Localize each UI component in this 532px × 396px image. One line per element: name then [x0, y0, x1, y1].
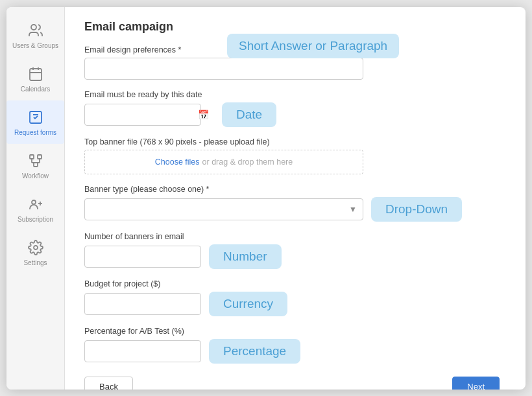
next-button[interactable]: Next [452, 377, 500, 390]
sidebar-label-users-groups: Users & Groups [12, 42, 58, 49]
tooltip-currency: Currency [209, 292, 287, 316]
field-ready-date: Email must be ready by this date 📅 Date [84, 90, 506, 127]
field-budget: Budget for project ($) Currency [84, 279, 506, 316]
input-percentage[interactable] [84, 340, 201, 362]
field-percentage: Percentage for A/B Test (%) Percentage [84, 327, 506, 364]
app-window: Users & Groups Calendars [6, 7, 526, 390]
main-content: Email campaign Email design preferences … [65, 7, 526, 390]
tooltip-percentage: Percentage [209, 339, 300, 364]
sidebar-label-settings: Settings [23, 259, 47, 266]
label-banner-type: Banner type (please choose one) * [84, 185, 506, 194]
tooltip-number: Number [209, 244, 282, 269]
tooltip-dropdown: Drop-Down [371, 197, 462, 222]
tooltip-date: Date [222, 102, 276, 127]
sidebar-item-subscription[interactable]: Subscription [6, 187, 64, 231]
date-input-wrapper: 📅 [84, 104, 214, 126]
settings-icon [27, 239, 45, 257]
sidebar-item-calendars[interactable]: Calendars [6, 57, 64, 100]
calendar-icon [27, 65, 45, 83]
label-email-design: Email design preferences * [84, 45, 506, 54]
sidebar-label-calendars: Calendars [21, 86, 51, 93]
workflow-icon [27, 152, 45, 170]
file-upload-area[interactable]: Choose files or drag & drop them here [84, 150, 363, 174]
sidebar-label-request-forms: Request forms [14, 129, 56, 136]
select-banner-type[interactable] [84, 198, 363, 220]
users-icon [27, 21, 45, 40]
sidebar-label-subscription: Subscription [18, 216, 53, 223]
svg-rect-8 [38, 155, 42, 159]
input-date[interactable] [84, 104, 201, 126]
sidebar-item-settings[interactable]: Settings [6, 231, 64, 274]
sidebar-item-request-forms[interactable]: Request forms [6, 100, 64, 144]
input-email-design[interactable] [84, 58, 363, 80]
svg-point-17 [34, 246, 38, 250]
label-percentage: Percentage for A/B Test (%) [84, 327, 506, 336]
file-upload-text: or drag & drop them here [202, 157, 293, 167]
label-budget: Budget for project ($) [84, 279, 506, 288]
svg-point-0 [31, 25, 36, 30]
svg-point-14 [32, 200, 36, 204]
sidebar-item-users-groups[interactable]: Users & Groups [6, 14, 64, 57]
svg-rect-7 [30, 155, 34, 159]
field-top-banner: Top banner file (768 x 90 pixels - pleas… [84, 137, 506, 174]
choose-files-link[interactable]: Choose files [155, 157, 200, 167]
back-button[interactable]: Back [84, 377, 133, 390]
request-forms-icon [27, 108, 45, 126]
input-budget[interactable] [84, 293, 201, 315]
label-ready-date: Email must be ready by this date [84, 90, 506, 99]
field-email-design: Email design preferences * Short Answer … [84, 45, 506, 80]
sidebar-item-workflow[interactable]: Workflow [6, 144, 64, 187]
field-banner-type: Banner type (please choose one) * ▼ Drop… [84, 185, 506, 222]
subscription-icon [27, 195, 45, 213]
sidebar: Users & Groups Calendars [6, 7, 65, 390]
svg-rect-1 [30, 69, 42, 80]
select-wrapper-banner: ▼ [84, 198, 363, 220]
sidebar-label-workflow: Workflow [22, 172, 49, 180]
input-num-banners[interactable] [84, 246, 201, 268]
label-top-banner: Top banner file (768 x 90 pixels - pleas… [84, 137, 506, 146]
label-num-banners: Number of banners in email [84, 232, 506, 241]
field-num-banners: Number of banners in email Number [84, 232, 506, 269]
form-footer: Back Next [84, 377, 500, 390]
page-title: Email campaign [84, 20, 506, 34]
